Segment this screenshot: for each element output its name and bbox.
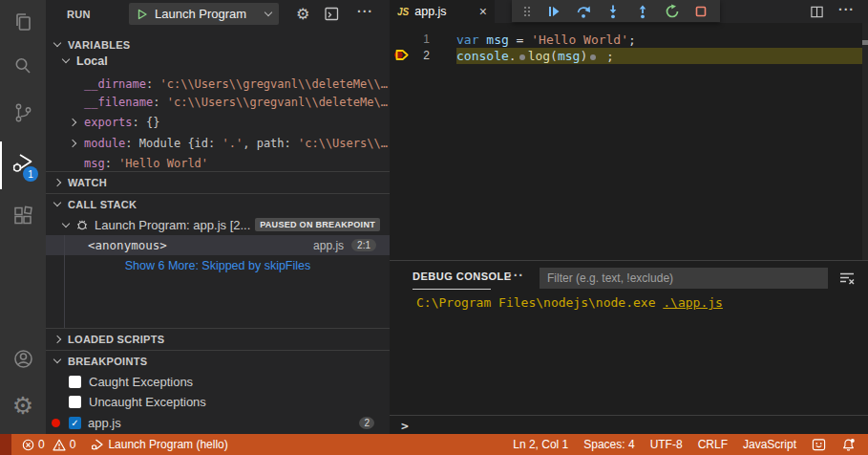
bell-icon [841, 438, 856, 452]
section-header-call-stack[interactable]: CALL STACK [46, 194, 390, 214]
tab-label: app.js [414, 5, 446, 18]
debug-toolbar [512, 0, 720, 22]
chevron-down-icon [265, 9, 272, 16]
notifications-button[interactable] [836, 434, 860, 455]
accounts-button[interactable] [0, 336, 46, 380]
frame-position-badge: 2:1 [351, 239, 376, 251]
variable-row[interactable]: __filename: 'c:\\Users\\gregvanl\\delete… [46, 92, 390, 112]
status-bar: 0 0 Launch Program (hello) Ln 2, Col 1 S… [0, 434, 868, 455]
cursor-position-item[interactable]: Ln 2, Col 1 [508, 434, 573, 455]
step-out-button[interactable] [635, 4, 650, 19]
paused-badge: PAUSED ON BREAKPOINT [255, 218, 380, 231]
console-file-link[interactable]: .\app.js [663, 295, 723, 310]
start-debug-icon [137, 9, 148, 20]
sidebar-item-search[interactable] [0, 44, 46, 88]
active-indicator [0, 141, 2, 189]
variable-row[interactable]: msg: 'Hello World' [46, 153, 390, 173]
show-more-frames-link[interactable]: Show 6 More: Skipped by skipFiles [46, 255, 390, 275]
call-stack-frame-row-selected[interactable]: <anonymous> app.js 2:1 [46, 235, 390, 255]
variable-row[interactable]: exports: {} [46, 112, 390, 132]
paused-breakpoint-arrow-icon[interactable] [393, 48, 410, 62]
variable-row[interactable]: __dirname: 'c:\\Users\\gregvanl\\deleteM… [46, 74, 390, 94]
restart-button[interactable] [665, 4, 680, 19]
breakpoint-row-appjs[interactable]: ✓ app.js 2 [46, 412, 390, 433]
panel-tab-debug-console[interactable]: DEBUG CONSOLE [413, 271, 512, 282]
debug-status-item[interactable]: Launch Program (hello) [86, 434, 232, 455]
remote-indicator[interactable] [0, 434, 11, 455]
search-icon [11, 54, 34, 77]
accounts-icon [11, 347, 35, 371]
javascript-file-icon: JS [397, 7, 409, 17]
launch-config-label: Launch Program [155, 7, 259, 21]
step-into-button[interactable] [605, 4, 621, 19]
editor-scrollbar[interactable] [862, 23, 868, 260]
panel-more-actions-button[interactable]: ··· [508, 268, 524, 283]
line-number-active: 2 [409, 48, 430, 64]
inline-breakpoint-dot[interactable] [590, 54, 596, 60]
encoding-item[interactable]: UTF-8 [646, 434, 688, 455]
split-editor-icon[interactable] [810, 5, 824, 19]
debug-settings-gear-icon[interactable]: ⚙ [296, 5, 309, 23]
section-header-watch[interactable]: WATCH [46, 172, 390, 192]
editor-more-actions-button[interactable]: ··· [838, 2, 855, 17]
eol-item[interactable]: CRLF [693, 434, 732, 455]
chevron-right-icon [69, 139, 76, 146]
console-filter-input[interactable] [540, 268, 828, 289]
continue-button[interactable] [546, 4, 561, 19]
problems-status-item[interactable]: 0 0 [17, 434, 80, 455]
step-over-button[interactable] [576, 4, 591, 19]
clear-console-icon[interactable] [838, 270, 856, 287]
tab-appjs[interactable]: JS app.js × [390, 0, 495, 23]
code-line-2[interactable]: console.log(msg) ; [456, 48, 614, 64]
variable-row[interactable]: module: Module {id: '.', path: 'c:\\User… [46, 133, 390, 153]
breakpoint-count-badge: 2 [359, 417, 374, 429]
console-repl-input[interactable]: > [390, 415, 868, 435]
drag-grip-icon[interactable] [522, 5, 532, 18]
settings-button[interactable]: ⚙ [0, 383, 46, 427]
session-label: Launch Program: app.js [2... [95, 218, 250, 232]
section-header-loaded-scripts[interactable]: LOADED SCRIPTS [46, 329, 390, 349]
line-number: 1 [409, 32, 430, 48]
chevron-right-icon [53, 178, 61, 185]
code-line-1[interactable]: var msg = 'Hello World'; [456, 32, 636, 48]
chevron-down-icon [62, 55, 70, 63]
breakpoint-red-dot [52, 419, 60, 427]
sidebar-item-explorer[interactable] [0, 0, 46, 44]
sidebar-item-extensions[interactable] [0, 194, 46, 238]
editor-group: JS app.js × ··· [390, 0, 868, 260]
sidebar-more-actions-button[interactable]: ··· [357, 4, 373, 19]
source-control-icon [11, 101, 34, 124]
frame-file: app.js [313, 239, 344, 252]
checkbox-unchecked[interactable] [69, 396, 81, 408]
chevron-down-icon [53, 39, 61, 47]
extensions-icon [11, 205, 34, 228]
sidebar-item-source-control[interactable] [0, 91, 46, 135]
chevron-down-icon [53, 199, 61, 206]
checkbox-unchecked[interactable] [69, 376, 81, 388]
debug-status-icon [91, 438, 104, 451]
language-mode-item[interactable]: JavaScript [738, 434, 801, 455]
close-icon[interactable]: × [479, 4, 487, 19]
repl-prompt-chevron: > [401, 419, 409, 433]
breakpoint-row[interactable]: Uncaught Exceptions [46, 392, 390, 412]
section-header-breakpoints[interactable]: BREAKPOINTS [46, 351, 390, 371]
sidebar-item-run-debug[interactable] [0, 141, 46, 185]
variables-scope-local[interactable]: Local [46, 51, 390, 71]
open-debug-console-icon[interactable] [324, 6, 340, 22]
chevron-down-icon [53, 356, 61, 363]
launch-config-dropdown[interactable]: Launch Program [129, 3, 279, 25]
breakpoint-row[interactable]: Caught Exceptions [46, 372, 390, 392]
console-output-line: C:\Program Files\nodejs\node.exe .\app.j… [416, 295, 723, 310]
inline-breakpoint-dot[interactable] [519, 54, 525, 60]
settings-gear-icon: ⚙ [12, 394, 33, 418]
chevron-down-icon [62, 219, 70, 227]
stop-button[interactable] [693, 4, 709, 19]
feedback-button[interactable] [807, 434, 831, 455]
chevron-right-icon [69, 118, 76, 125]
indentation-item[interactable]: Spaces: 4 [579, 434, 639, 455]
checkbox-checked[interactable]: ✓ [69, 417, 81, 429]
activity-bar: 1 ⚙ [0, 0, 46, 434]
active-panel-underline [413, 289, 491, 290]
files-icon [11, 11, 34, 33]
call-stack-session-row[interactable]: Launch Program: app.js [2... PAUSED ON B… [46, 214, 390, 235]
